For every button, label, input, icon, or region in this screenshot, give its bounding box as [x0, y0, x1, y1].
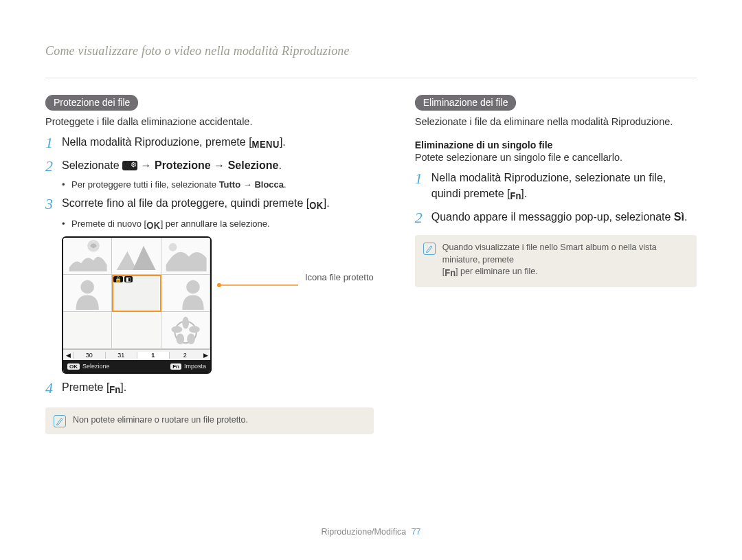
step-2-sub: Per proteggere tutti i file, selezionate…	[45, 179, 374, 190]
step-number: 4	[45, 381, 62, 396]
section-pill-delete: Eliminazione dei file	[415, 95, 517, 111]
cal-cell: 31	[105, 352, 137, 359]
page-number: 77	[412, 527, 421, 537]
ok-key-icon	[309, 197, 324, 213]
step-3: 3 Scorrete fino al file da proteggere, q…	[45, 195, 374, 213]
step-2: 2 Quando appare il messaggio pop-up, sel…	[415, 209, 697, 225]
bb-key: OK	[67, 363, 80, 370]
note-text: Quando visualizzate i file nello Smart a…	[442, 242, 688, 280]
step-number: 1	[45, 135, 62, 150]
svg-rect-7	[64, 312, 111, 348]
step-text: Quando appare il messaggio pop-up, selez…	[431, 209, 697, 225]
step-text: Premete [].	[62, 379, 374, 397]
svg-rect-8	[113, 312, 160, 348]
thumbnail	[112, 312, 161, 349]
thumbnail	[161, 312, 210, 349]
protected-file-icons: 🔒◧	[113, 276, 133, 282]
mark-icon: ◧	[124, 276, 133, 282]
delete-intro: Selezionate i file da eliminare nella mo…	[415, 116, 697, 127]
lock-icon: 🔒	[113, 276, 123, 282]
bb-label: Selezione	[82, 363, 110, 370]
left-column: Protezione dei file Proteggete i file da…	[45, 95, 374, 444]
camera-screen-illustration: 🔒◧ ◀ 30 31	[62, 236, 212, 374]
thumbnail	[63, 238, 112, 275]
manual-page: Come visualizzare foto o video nella mod…	[0, 0, 742, 560]
delete-steps: 1 Nella modalità Riproduzione, seleziona…	[415, 170, 697, 225]
sub-bullet: Premete di nuovo [] per annullare la sel…	[62, 219, 374, 231]
svg-point-10	[182, 317, 189, 329]
step-4: 4 Premete [].	[45, 379, 374, 397]
step-number: 2	[45, 159, 62, 174]
step-3-sub: Premete di nuovo [] per annullare la sel…	[45, 219, 374, 231]
step-text: Nella modalità Riproduzione, selezionate…	[431, 170, 697, 203]
nav-prev-icon: ◀	[63, 352, 73, 359]
step-1: 1 Nella modalità Riproduzione, seleziona…	[415, 170, 697, 203]
bb-key: Fn	[170, 363, 181, 370]
thumbnail	[161, 275, 210, 312]
section-pill-protection: Protezione dei file	[45, 95, 138, 111]
note-box: Quando visualizzate i file nello Smart a…	[415, 235, 697, 287]
note-icon	[54, 415, 66, 427]
subsection-title: Eliminazione di un singolo file	[415, 139, 697, 150]
svg-point-15	[217, 283, 221, 287]
fn-key-icon	[510, 188, 521, 203]
bb-label: Imposta	[184, 363, 206, 370]
thumbnail	[161, 238, 210, 275]
note-icon	[423, 243, 436, 255]
ok-key-icon	[146, 221, 161, 231]
callout-label: Icona file protetto	[305, 272, 374, 282]
page-header: Come visualizzare foto o video nella mod…	[45, 44, 697, 58]
fn-key-icon	[109, 381, 120, 397]
step-2: 2 Selezionate → Protezione → Selezione.	[45, 157, 374, 174]
settings-gear-icon	[122, 161, 137, 170]
svg-point-6	[186, 280, 200, 294]
menu-key-icon	[252, 136, 280, 152]
fn-key-icon	[445, 267, 456, 280]
svg-point-4	[80, 280, 94, 294]
svg-marker-1	[117, 251, 137, 270]
svg-point-11	[171, 326, 182, 333]
callout-connector	[217, 278, 300, 293]
note-box: Non potete eliminare o ruotare un file p…	[45, 407, 374, 434]
step-text: Selezionate → Protezione → Selezione.	[62, 157, 374, 173]
protection-intro: Proteggete i file dalla eliminazione acc…	[45, 116, 374, 127]
illustration-row: 🔒◧ ◀ 30 31	[45, 236, 374, 374]
nav-next-icon: ▶	[201, 352, 210, 359]
step-text: Nella modalità Riproduzione, premete [].	[62, 134, 374, 152]
note-text: Non potete eliminare o ruotare un file p…	[73, 414, 248, 427]
cal-cell-active: 1	[137, 352, 169, 359]
two-column-layout: Protezione dei file Proteggete i file da…	[45, 95, 697, 444]
thumbnail-grid: 🔒◧	[63, 238, 210, 349]
subsection-intro: Potete selezionare un singolo file e can…	[415, 152, 697, 163]
svg-point-14	[187, 334, 195, 345]
thumbnail	[63, 312, 112, 349]
step-text: Scorrete fino al file da proteggere, qui…	[62, 195, 374, 213]
svg-point-13	[176, 334, 184, 345]
right-column: Eliminazione dei file Selezionate i file…	[415, 95, 697, 444]
protection-steps: 1 Nella modalità Riproduzione, premete […	[45, 134, 374, 398]
thumbnail	[112, 238, 161, 275]
cal-cell: 30	[73, 352, 105, 359]
calendar-bar: ◀ 30 31 1 2 ▶	[63, 349, 210, 360]
step-number: 2	[415, 210, 431, 225]
thumbnail	[63, 275, 112, 312]
step-number: 1	[415, 171, 431, 186]
cal-cell: 2	[169, 352, 201, 359]
svg-point-3	[168, 243, 177, 251]
page-footer: Riproduzione/Modifica 77	[0, 527, 742, 537]
sub-bullet: Per proteggere tutti i file, selezionate…	[62, 179, 374, 190]
svg-point-12	[189, 326, 200, 333]
svg-marker-2	[133, 246, 156, 270]
thumbnail-selected: 🔒◧	[112, 275, 161, 312]
footer-section: Riproduzione/Modifica	[321, 527, 406, 537]
step-number: 3	[45, 197, 62, 212]
step-1: 1 Nella modalità Riproduzione, premete […	[45, 134, 374, 152]
bottom-bar: OKSelezione FnImposta	[63, 360, 210, 372]
header-divider	[45, 78, 697, 78]
